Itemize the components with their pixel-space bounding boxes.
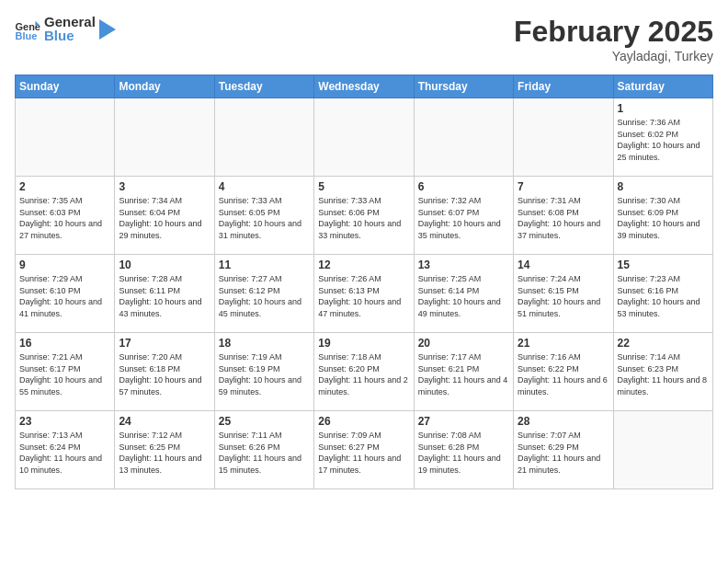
calendar-cell: 4Sunrise: 7:33 AM Sunset: 6:05 PM Daylig…: [214, 177, 313, 255]
day-info: Sunrise: 7:11 AM Sunset: 6:26 PM Dayligh…: [219, 430, 310, 476]
calendar-cell: 15Sunrise: 7:23 AM Sunset: 6:16 PM Dayli…: [613, 255, 712, 333]
logo-icon: General Blue: [15, 19, 40, 40]
weekday-header-tuesday: Tuesday: [214, 75, 313, 98]
day-info: Sunrise: 7:30 AM Sunset: 6:09 PM Dayligh…: [618, 195, 709, 241]
day-info: Sunrise: 7:33 AM Sunset: 6:06 PM Dayligh…: [318, 195, 409, 241]
weekday-header-row: SundayMondayTuesdayWednesdayThursdayFrid…: [16, 75, 713, 98]
day-number: 8: [618, 180, 709, 193]
day-number: 10: [119, 259, 210, 271]
calendar-cell: 26Sunrise: 7:09 AM Sunset: 6:27 PM Dayli…: [314, 411, 414, 489]
day-number: 15: [618, 259, 709, 271]
day-number: 2: [19, 180, 110, 193]
calendar-cell: 21Sunrise: 7:16 AM Sunset: 6:22 PM Dayli…: [514, 333, 613, 411]
day-number: 25: [219, 415, 310, 428]
month-title: February 2025: [514, 15, 713, 49]
weekday-header-monday: Monday: [115, 75, 214, 98]
day-info: Sunrise: 7:23 AM Sunset: 6:16 PM Dayligh…: [618, 273, 709, 319]
calendar-cell: 11Sunrise: 7:27 AM Sunset: 6:12 PM Dayli…: [214, 255, 313, 333]
day-info: Sunrise: 7:21 AM Sunset: 6:17 PM Dayligh…: [19, 351, 110, 397]
week-row-2: 2Sunrise: 7:35 AM Sunset: 6:03 PM Daylig…: [16, 177, 713, 255]
day-info: Sunrise: 7:19 AM Sunset: 6:19 PM Dayligh…: [219, 351, 310, 397]
calendar-cell: 5Sunrise: 7:33 AM Sunset: 6:06 PM Daylig…: [314, 177, 414, 255]
day-number: 11: [219, 259, 310, 271]
day-number: 5: [318, 180, 409, 193]
day-number: 1: [618, 102, 709, 115]
calendar-cell: 22Sunrise: 7:14 AM Sunset: 6:23 PM Dayli…: [613, 333, 712, 411]
day-info: Sunrise: 7:28 AM Sunset: 6:11 PM Dayligh…: [119, 273, 210, 319]
logo-blue-text: Blue: [44, 29, 96, 44]
calendar-cell: 27Sunrise: 7:08 AM Sunset: 6:28 PM Dayli…: [414, 411, 513, 489]
day-number: 14: [518, 259, 609, 271]
day-info: Sunrise: 7:20 AM Sunset: 6:18 PM Dayligh…: [119, 351, 210, 397]
day-info: Sunrise: 7:14 AM Sunset: 6:23 PM Dayligh…: [618, 351, 709, 397]
day-info: Sunrise: 7:25 AM Sunset: 6:14 PM Dayligh…: [418, 273, 509, 319]
day-number: 20: [418, 337, 509, 350]
calendar-cell: 16Sunrise: 7:21 AM Sunset: 6:17 PM Dayli…: [16, 333, 115, 411]
calendar-table: SundayMondayTuesdayWednesdayThursdayFrid…: [15, 75, 713, 489]
day-info: Sunrise: 7:34 AM Sunset: 6:04 PM Dayligh…: [119, 195, 210, 241]
day-info: Sunrise: 7:16 AM Sunset: 6:22 PM Dayligh…: [518, 351, 609, 397]
day-number: 3: [119, 180, 210, 193]
calendar-cell: 1Sunrise: 7:36 AM Sunset: 6:02 PM Daylig…: [613, 98, 712, 177]
logo: General Blue General Blue: [15, 15, 116, 43]
svg-text:Blue: Blue: [15, 30, 37, 40]
day-number: 6: [418, 180, 509, 193]
day-number: 17: [119, 337, 210, 350]
day-number: 18: [219, 337, 310, 350]
calendar-cell: 3Sunrise: 7:34 AM Sunset: 6:04 PM Daylig…: [115, 177, 214, 255]
calendar-cell: 6Sunrise: 7:32 AM Sunset: 6:07 PM Daylig…: [414, 177, 513, 255]
week-row-4: 16Sunrise: 7:21 AM Sunset: 6:17 PM Dayli…: [16, 333, 713, 411]
day-info: Sunrise: 7:09 AM Sunset: 6:27 PM Dayligh…: [318, 430, 409, 476]
calendar-cell: 12Sunrise: 7:26 AM Sunset: 6:13 PM Dayli…: [314, 255, 414, 333]
calendar-cell: 23Sunrise: 7:13 AM Sunset: 6:24 PM Dayli…: [16, 411, 115, 489]
day-number: 13: [418, 259, 509, 271]
day-info: Sunrise: 7:12 AM Sunset: 6:25 PM Dayligh…: [119, 430, 210, 476]
calendar-cell: [115, 98, 214, 177]
calendar-cell: 19Sunrise: 7:18 AM Sunset: 6:20 PM Dayli…: [314, 333, 414, 411]
calendar-cell: 18Sunrise: 7:19 AM Sunset: 6:19 PM Dayli…: [214, 333, 313, 411]
weekday-header-friday: Friday: [514, 75, 613, 98]
calendar-cell: [613, 411, 712, 489]
title-area: February 2025 Yayladagi, Turkey: [514, 15, 713, 63]
calendar-cell: 8Sunrise: 7:30 AM Sunset: 6:09 PM Daylig…: [613, 177, 712, 255]
day-number: 23: [19, 415, 110, 428]
svg-marker-3: [99, 19, 116, 40]
calendar-cell: [214, 98, 313, 177]
weekday-header-saturday: Saturday: [613, 75, 712, 98]
day-number: 9: [19, 259, 110, 271]
day-info: Sunrise: 7:35 AM Sunset: 6:03 PM Dayligh…: [19, 195, 110, 241]
day-number: 28: [518, 415, 609, 428]
day-number: 26: [318, 415, 409, 428]
day-info: Sunrise: 7:33 AM Sunset: 6:05 PM Dayligh…: [219, 195, 310, 241]
calendar-cell: 14Sunrise: 7:24 AM Sunset: 6:15 PM Dayli…: [514, 255, 613, 333]
calendar-cell: [314, 98, 414, 177]
day-number: 7: [518, 180, 609, 193]
calendar-cell: 2Sunrise: 7:35 AM Sunset: 6:03 PM Daylig…: [16, 177, 115, 255]
day-number: 27: [418, 415, 509, 428]
day-number: 24: [119, 415, 210, 428]
calendar-cell: [414, 98, 513, 177]
day-info: Sunrise: 7:32 AM Sunset: 6:07 PM Dayligh…: [418, 195, 509, 241]
calendar-cell: 13Sunrise: 7:25 AM Sunset: 6:14 PM Dayli…: [414, 255, 513, 333]
calendar-cell: 9Sunrise: 7:29 AM Sunset: 6:10 PM Daylig…: [16, 255, 115, 333]
day-info: Sunrise: 7:24 AM Sunset: 6:15 PM Dayligh…: [518, 273, 609, 319]
week-row-5: 23Sunrise: 7:13 AM Sunset: 6:24 PM Dayli…: [16, 411, 713, 489]
weekday-header-sunday: Sunday: [16, 75, 115, 98]
day-info: Sunrise: 7:26 AM Sunset: 6:13 PM Dayligh…: [318, 273, 409, 319]
calendar-cell: 24Sunrise: 7:12 AM Sunset: 6:25 PM Dayli…: [115, 411, 214, 489]
day-info: Sunrise: 7:27 AM Sunset: 6:12 PM Dayligh…: [219, 273, 310, 319]
day-info: Sunrise: 7:07 AM Sunset: 6:29 PM Dayligh…: [518, 430, 609, 476]
weekday-header-thursday: Thursday: [414, 75, 513, 98]
day-number: 16: [19, 337, 110, 350]
day-number: 12: [318, 259, 409, 271]
calendar-cell: 25Sunrise: 7:11 AM Sunset: 6:26 PM Dayli…: [214, 411, 313, 489]
calendar-cell: 20Sunrise: 7:17 AM Sunset: 6:21 PM Dayli…: [414, 333, 513, 411]
day-info: Sunrise: 7:17 AM Sunset: 6:21 PM Dayligh…: [418, 351, 509, 397]
weekday-header-wednesday: Wednesday: [314, 75, 414, 98]
location-title: Yayladagi, Turkey: [514, 49, 713, 63]
week-row-1: 1Sunrise: 7:36 AM Sunset: 6:02 PM Daylig…: [16, 98, 713, 177]
week-row-3: 9Sunrise: 7:29 AM Sunset: 6:10 PM Daylig…: [16, 255, 713, 333]
day-info: Sunrise: 7:18 AM Sunset: 6:20 PM Dayligh…: [318, 351, 409, 397]
day-info: Sunrise: 7:29 AM Sunset: 6:10 PM Dayligh…: [19, 273, 110, 319]
day-number: 19: [318, 337, 409, 350]
